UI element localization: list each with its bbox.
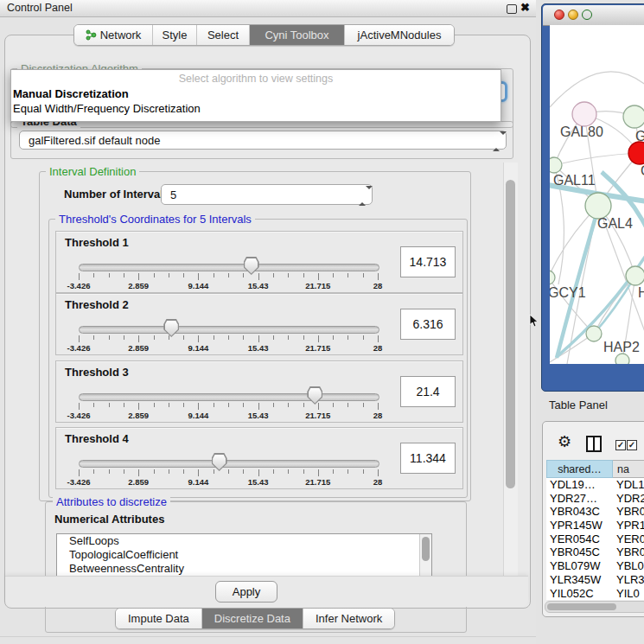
slider-tick-label: 2.859: [128, 477, 149, 487]
attribute-list-item[interactable]: SelfLoops: [57, 534, 431, 548]
slider-tick-label: 15.43: [248, 411, 269, 420]
slider-tick: [318, 335, 319, 342]
table-row[interactable]: YDR27…YDR2: [546, 492, 644, 506]
slider-tick: [258, 403, 259, 410]
column-header-name[interactable]: na: [613, 460, 644, 478]
tab-discretize-data[interactable]: Discretize Data: [202, 609, 303, 628]
slider-tick: [243, 403, 244, 407]
network-window-titlebar[interactable]: [543, 5, 644, 26]
table-scrollbar-thumb[interactable]: [547, 603, 616, 610]
slider-tick: [348, 469, 348, 474]
tab-impute-data[interactable]: Impute Data: [116, 609, 202, 628]
checkbox-icon[interactable]: ✓: [615, 440, 626, 450]
tab-infer-network-label: Infer Network: [316, 612, 382, 625]
slider-tick: [243, 273, 244, 277]
settings-vertical-scrollbar[interactable]: [503, 163, 518, 605]
checkbox-icon[interactable]: ✓: [627, 440, 637, 450]
table-panel-window: ⚙ ✓ ✓ shared… na YDL19…YDL1YDR27…YDR2YBR…: [542, 421, 644, 617]
cell-shared-name: YER054C: [550, 532, 600, 545]
network-view-window[interactable]: GAL80G.GAL11CGAL4GCY1HHAP2: [541, 3, 644, 392]
slider-tick: [378, 469, 379, 476]
control-panel-tab-bar: Network Style Select Cyni Toolbox jActiv…: [73, 24, 455, 46]
apply-button[interactable]: Apply: [215, 581, 277, 603]
slider-tick-label: 9.144: [188, 477, 209, 487]
minimize-traffic-light-icon[interactable]: [568, 10, 578, 20]
network-node-label: GCY1: [550, 285, 586, 301]
slider-tick: [214, 403, 214, 407]
slider-tick: [79, 469, 80, 476]
algorithm-dropdown-placeholder[interactable]: Select algorithm to view settings: [11, 70, 501, 86]
network-icon: [86, 29, 97, 41]
table-row[interactable]: YDL19…YDL1: [546, 478, 644, 492]
attribute-list-item[interactable]: TopologicalCoefficient: [57, 548, 431, 562]
table-row[interactable]: YPR145WYPR1: [546, 519, 644, 532]
threshold-slider-track[interactable]: [79, 393, 379, 401]
table-row[interactable]: YBR045CYBR0: [546, 545, 644, 559]
threshold-value-field[interactable]: 14.713: [400, 246, 456, 277]
slider-tick-label: 15.43: [248, 477, 269, 487]
threshold-panel: Threshold 1-3.4262.8599.14415.4321.71528…: [55, 231, 463, 293]
algorithm-option-equal-width[interactable]: Equal Width/Frequency Discretization: [11, 101, 501, 116]
tab-impute-data-label: Impute Data: [128, 612, 189, 625]
table-row[interactable]: YBR043CYBR0: [546, 505, 644, 519]
slider-tick: [214, 273, 214, 277]
table-row[interactable]: YLR345WYLR3: [546, 573, 644, 587]
slider-tick: [198, 273, 199, 280]
threshold-slider-thumb[interactable]: [244, 257, 259, 275]
close-icon[interactable]: ✖: [520, 1, 530, 14]
slider-tick-label: 28: [373, 281, 383, 290]
tab-network-label: Network: [100, 29, 142, 41]
table-row[interactable]: YIL052CYIL0: [546, 587, 644, 601]
network-node-label: GAL80: [560, 124, 603, 140]
close-traffic-light-icon[interactable]: [554, 10, 564, 20]
slider-tick-label: 21.715: [305, 411, 330, 420]
tab-cyni-toolbox[interactable]: Cyni Toolbox: [250, 25, 345, 45]
table-row[interactable]: YBL079WYBL0: [546, 559, 644, 573]
threshold-value-field[interactable]: 21.4: [400, 376, 456, 407]
tab-select[interactable]: Select: [197, 25, 250, 45]
tab-network[interactable]: Network: [74, 25, 153, 45]
tab-infer-network[interactable]: Infer Network: [303, 609, 394, 628]
slider-tick: [348, 403, 348, 407]
threshold-slider-thumb[interactable]: [307, 386, 322, 405]
threshold-value-field[interactable]: 6.316: [400, 309, 456, 340]
column-header-shared-name[interactable]: shared…: [546, 460, 613, 478]
threshold-slider-track[interactable]: [79, 326, 379, 334]
table-header-row: shared… na: [546, 460, 644, 478]
slider-tick: [109, 469, 110, 474]
cell-shared-name: YBL079W: [550, 559, 601, 572]
threshold-label: Threshold 2: [65, 298, 129, 311]
number-of-intervals-label: Number of Intervals: [64, 188, 169, 201]
slider-tick-label: 21.715: [305, 343, 330, 353]
table-panel-title: Table Panel: [549, 399, 608, 411]
zoom-traffic-light-icon[interactable]: [582, 10, 592, 20]
threshold-slider-track[interactable]: [79, 460, 379, 468]
slider-tick: [348, 335, 348, 340]
settings-scrollbar-thumb[interactable]: [506, 180, 515, 488]
slider-tick: [273, 273, 274, 277]
threshold-value-field[interactable]: 11.344: [400, 443, 456, 474]
attributes-scrollbar-thumb[interactable]: [422, 537, 430, 561]
tab-style[interactable]: Style: [153, 25, 197, 45]
slider-tick: [183, 273, 184, 277]
threshold-slider-thumb[interactable]: [212, 453, 227, 471]
tab-jactivemnodules[interactable]: jActiveMNodules: [345, 25, 454, 45]
algorithm-dropdown-popup: Select algorithm to view settings Manual…: [10, 69, 501, 122]
slider-tick: [378, 403, 379, 410]
slider-tick: [258, 335, 259, 342]
slider-tick: [363, 403, 364, 407]
cell-name: YER0: [616, 532, 644, 545]
columns-icon[interactable]: [586, 436, 602, 452]
table-row[interactable]: YER054CYER0: [546, 532, 644, 546]
table-data-combobox[interactable]: galFiltered.sif default node: [19, 131, 507, 150]
gear-icon[interactable]: ⚙: [558, 434, 571, 450]
network-canvas[interactable]: GAL80G.GAL11CGAL4GCY1HHAP2: [550, 25, 644, 364]
threshold-slider-track[interactable]: [79, 264, 379, 271]
threshold-slider-thumb[interactable]: [163, 319, 179, 337]
slider-tick: [363, 469, 364, 474]
table-horizontal-scrollbar[interactable]: [545, 601, 644, 613]
algorithm-option-manual[interactable]: Manual Discretization: [11, 86, 501, 101]
number-of-intervals-combobox[interactable]: 5: [161, 184, 373, 205]
attribute-list-item[interactable]: BetweennessCentrality: [57, 562, 431, 576]
float-window-icon[interactable]: [507, 4, 517, 14]
